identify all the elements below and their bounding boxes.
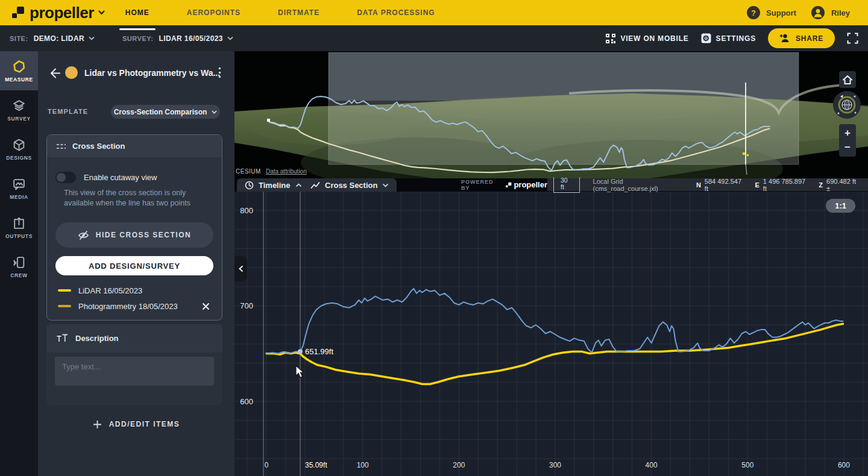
rail-label: OUTPUTS (5, 233, 33, 239)
top-right-actions: ? Support Riley (747, 5, 850, 20)
sidebar-item-crew[interactable]: CREW (0, 247, 38, 286)
device-signal-icon (12, 255, 26, 269)
layer-row-lidar[interactable]: LiDAR 16/05/2023 (55, 284, 213, 296)
text-icon (56, 334, 68, 343)
site-selector[interactable]: DEMO: LIDAR (34, 34, 95, 43)
user-avatar-icon[interactable] (811, 5, 825, 20)
cross-section-card: Cross Section Enable cutaway view This v… (46, 134, 222, 321)
user-name[interactable]: Riley (831, 8, 850, 17)
main-nav-tabs: HOME AEROPOINTS DIRTMATE DATA PROCESSING (125, 6, 435, 19)
svg-text:⚙: ⚙ (702, 34, 709, 43)
zoom-in-button[interactable]: + (839, 127, 856, 140)
measurement-title: Lidar vs Photogrammetry vs Wa... (84, 68, 220, 78)
svg-text:651.99ft: 651.99ft (305, 347, 333, 356)
propeller-logo[interactable]: propeller (11, 5, 105, 20)
compass-control[interactable] (833, 91, 861, 119)
scale-bar: 30 ft (553, 177, 580, 193)
view-on-mobile-button[interactable]: VIEW ON MOBILE (606, 34, 688, 43)
sidebar-item-media[interactable]: MEDIA (0, 169, 38, 208)
svg-text:800: 800 (240, 206, 253, 215)
svg-text:200: 200 (453, 461, 465, 469)
cross-section-tab[interactable]: Cross Section (303, 178, 397, 192)
fullscreen-icon[interactable] (847, 33, 858, 44)
layer-row-photogrammetry[interactable]: Photogrammetry 18/05/2023 (55, 300, 213, 312)
back-button[interactable] (48, 67, 61, 80)
svg-text:600: 600 (838, 461, 850, 469)
svg-text:700: 700 (240, 301, 253, 310)
cesium-label: CESIUM (236, 168, 261, 175)
data-attribution-link[interactable]: Data attribution (266, 168, 307, 175)
cube-icon (12, 138, 26, 152)
measurement-color-dot[interactable] (65, 66, 78, 79)
app-window: propeller HOME AEROPOINTS DIRTMATE DATA … (0, 0, 868, 476)
rail-label: MEDIA (10, 194, 28, 200)
globe-compass-icon (833, 91, 861, 119)
toolbar-actions: VIEW ON MOBILE ⚙ SETTINGS SHARE (606, 28, 858, 48)
collapse-panel-button[interactable] (234, 256, 247, 281)
elevation-readout: Z690.482 ft ± (819, 178, 860, 192)
media-icon (12, 177, 26, 191)
add-edit-items-label: ADD/EDIT ITEMS (109, 420, 180, 428)
cross-section-tab-label: Cross Section (325, 181, 377, 190)
description-header[interactable]: Description (46, 324, 222, 352)
hide-cross-section-button[interactable]: HIDE CROSS SECTION (55, 222, 213, 248)
survey-label: SURVEY: (122, 35, 153, 42)
lidar-color-swatch (58, 289, 71, 292)
photogrammetry-color-swatch (58, 305, 71, 307)
propeller-mark-icon (506, 182, 512, 188)
chevron-down-icon (89, 36, 95, 40)
settings-label: SETTINGS (716, 34, 756, 43)
terrain-render (234, 51, 868, 178)
plus-icon (93, 420, 102, 429)
nav-tab-dirtmate[interactable]: DIRTMATE (278, 6, 319, 19)
nav-tab-data-processing[interactable]: DATA PROCESSING (357, 6, 435, 19)
lidar-layer-label: LiDAR 16/05/2023 (78, 286, 142, 295)
kebab-menu-icon[interactable] (218, 67, 221, 78)
scale-ratio-badge[interactable]: 1:1 (826, 199, 855, 213)
nav-tab-aeropoints[interactable]: AEROPOINTS (187, 6, 241, 19)
home-view-button[interactable] (839, 71, 856, 88)
cross-section-chart[interactable]: 6007008000100200300400500600651.99ft35.0… (234, 192, 868, 476)
layers-icon (12, 99, 26, 113)
sidebar-item-survey[interactable]: SURVEY (0, 90, 38, 130)
remove-layer-icon[interactable] (202, 302, 210, 310)
settings-button[interactable]: ⚙ SETTINGS (701, 33, 756, 43)
hide-cross-section-label: HIDE CROSS SECTION (96, 231, 191, 239)
nav-tab-home[interactable]: HOME (125, 6, 149, 19)
rail-label: SURVEY (7, 116, 30, 122)
support-link[interactable]: Support (766, 8, 796, 17)
description-input[interactable] (55, 357, 214, 386)
chevron-left-icon (239, 265, 244, 272)
share-label: SHARE (796, 34, 823, 43)
share-button[interactable]: SHARE (768, 28, 835, 48)
chevron-down-icon (382, 183, 389, 187)
cross-section-card-title: Cross Section (72, 142, 125, 151)
gear-icon: ⚙ (701, 33, 711, 43)
survey-selector[interactable]: LIDAR 16/05/2023 (159, 34, 233, 43)
timeline-tab[interactable]: Timeline (237, 178, 310, 192)
add-design-survey-button[interactable]: ADD DESIGN/SURVEY (55, 256, 213, 275)
survey-value: LIDAR 16/05/2023 (159, 34, 222, 43)
add-edit-items-button[interactable]: ADD/EDIT ITEMS (38, 418, 234, 431)
cutaway-toggle[interactable] (55, 172, 76, 183)
svg-text:400: 400 (646, 461, 658, 469)
northing-readout: N584 492.547 ft (696, 178, 745, 192)
help-icon[interactable]: ? (747, 6, 760, 19)
propeller-logo-icon (11, 5, 25, 20)
cross-section-card-header[interactable]: Cross Section (47, 135, 222, 157)
coordinate-readout: 30 ft Local Grid (cms_road_course.jxl) N… (547, 178, 868, 191)
clock-icon (245, 181, 254, 190)
description-body (46, 352, 222, 405)
sidebar-item-measure[interactable]: MEASURE (0, 51, 38, 90)
cross-section-chart-panel[interactable]: 6007008000100200300400500600651.99ft35.0… (234, 192, 868, 476)
add-user-icon (779, 34, 790, 43)
sidebar-item-designs[interactable]: DESIGNS (0, 130, 38, 169)
3d-viewport[interactable]: CESIUM Data attribution + − (234, 51, 868, 178)
rail-label: CREW (10, 272, 27, 278)
sidebar-item-outputs[interactable]: OUTPUTS (0, 208, 38, 247)
template-select[interactable]: Cross-Section Comparison (111, 105, 220, 119)
svg-text:35.09ft: 35.09ft (305, 461, 327, 469)
svg-text:0: 0 (265, 461, 269, 469)
zoom-out-button[interactable]: − (839, 141, 856, 154)
panel-header: Lidar vs Photogrammetry vs Wa... (38, 65, 234, 82)
